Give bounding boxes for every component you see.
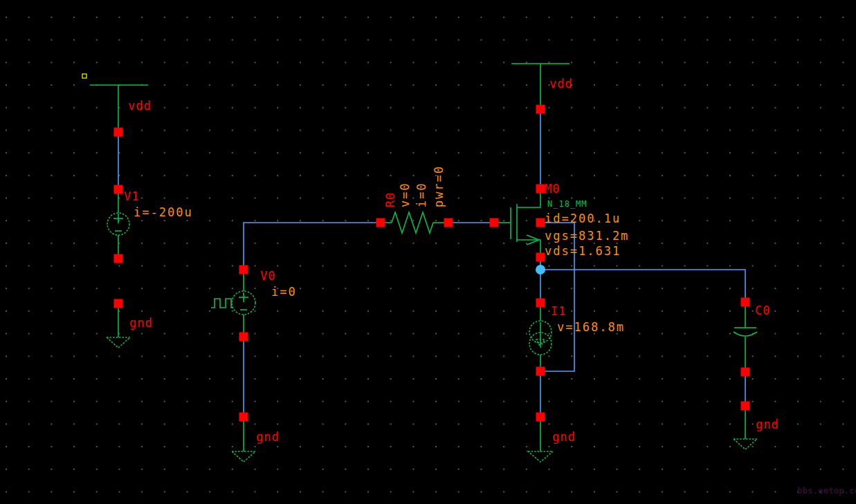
junction-square[interactable] [239, 333, 248, 342]
annotation-m0-vgs: vgs=831.2m [545, 230, 629, 242]
symbol-gnd-c0[interactable] [734, 406, 757, 449]
model-label-m0: N_18_MM [547, 200, 588, 208]
annotation-m0-id: id=200.1u [545, 213, 621, 225]
junction-square[interactable] [239, 413, 248, 422]
junction-square[interactable] [239, 265, 248, 274]
wires[interactable] [118, 109, 745, 417]
instance-label-v1: V1 [124, 191, 139, 203]
junction-square[interactable] [444, 218, 453, 227]
watermark: bbs.eetop.cn [797, 487, 856, 496]
junction-squares[interactable] [114, 105, 750, 422]
junction-square[interactable] [114, 254, 123, 263]
pulse-waveform-glyph [211, 299, 233, 308]
junction-square[interactable] [114, 185, 123, 194]
annotation-v1-current: i=-200u [134, 207, 193, 218]
junction-square[interactable] [536, 299, 545, 308]
junction-square[interactable] [536, 413, 545, 422]
symbol-r0-resistor[interactable] [381, 212, 448, 233]
annotation-m0-vds: vds=1.631 [545, 245, 621, 257]
symbol-c0-capacitor[interactable] [734, 302, 757, 372]
net-label-vdd: vdd [549, 78, 573, 90]
annotation-i1-voltage: v=168.8m [557, 321, 625, 333]
junction-square[interactable] [376, 218, 385, 227]
symbol-v0-source[interactable] [211, 270, 255, 337]
symbol-gnd-i1[interactable] [528, 417, 553, 462]
wire-v0-r0[interactable] [244, 223, 381, 270]
source-arrow [527, 235, 539, 240]
junction-square[interactable] [741, 402, 750, 411]
instance-label-r0: R0 [385, 192, 397, 207]
wire-node-c0[interactable] [540, 270, 745, 302]
junction-square[interactable] [536, 253, 545, 262]
symbol-m0-nmos[interactable] [494, 189, 540, 257]
instance-label-i1: I1 [551, 306, 566, 317]
junction-square[interactable] [490, 218, 499, 227]
instance-label-v0: V0 [260, 270, 275, 282]
net-label-gnd: gnd [256, 431, 280, 443]
annotation-r0-v: v=0 [399, 182, 411, 207]
source-arrow [527, 240, 539, 245]
schematic-canvas[interactable]: vdd V1 i=-200u gnd V0 i=0 gnd R0 v=0 i=0… [0, 0, 856, 504]
solder-node-dot[interactable] [536, 265, 545, 274]
junction-square[interactable] [536, 218, 545, 227]
annotation-r0-i: i=0 [416, 182, 428, 207]
net-label-gnd: gnd [129, 317, 153, 329]
junction-square[interactable] [536, 105, 545, 114]
symbol-gnd-v1[interactable] [107, 304, 130, 348]
junction-square[interactable] [536, 367, 545, 376]
symbol-gnd-v0[interactable] [232, 417, 255, 462]
net-label-gnd: gnd [756, 419, 779, 431]
junction-square[interactable] [114, 299, 123, 308]
instance-label-m0: M0 [545, 183, 560, 195]
net-label-gnd: gnd [552, 431, 576, 443]
annotation-v0-current: i=0 [271, 286, 297, 298]
symbol-i1-source[interactable] [529, 303, 552, 371]
net-label-vdd: vdd [128, 100, 152, 112]
junction-square[interactable] [114, 128, 123, 137]
schematic-graphics [0, 0, 856, 504]
instance-label-c0: C0 [755, 305, 770, 317]
junction-square[interactable] [741, 298, 750, 307]
origin-marker [82, 74, 86, 78]
junction-square[interactable] [536, 185, 545, 194]
junction-square[interactable] [741, 368, 750, 377]
annotation-r0-pwr: pwr=0 [433, 165, 445, 207]
